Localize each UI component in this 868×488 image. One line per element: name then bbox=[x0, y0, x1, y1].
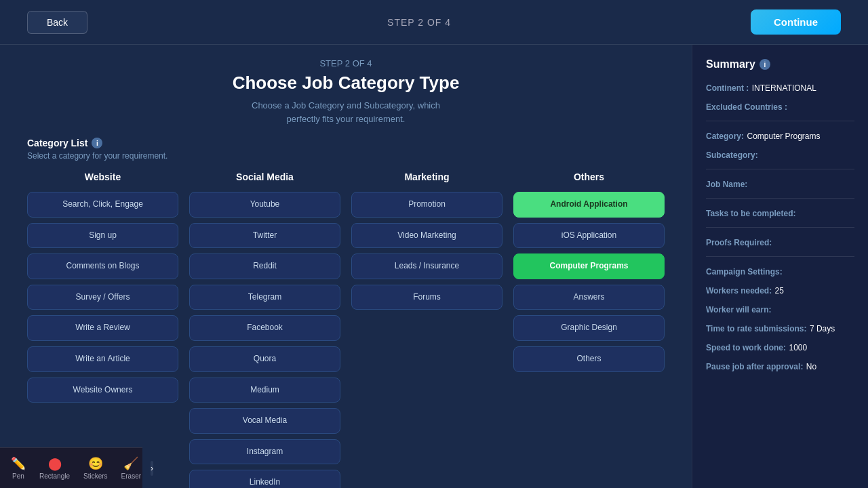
summary-campaign-label: Campaign Settings: bbox=[706, 267, 783, 277]
eraser-tool[interactable]: 🧹 Eraser bbox=[117, 453, 145, 483]
summary-pause-value: No bbox=[806, 362, 816, 371]
summary-proofs-row: Proofs Required: bbox=[706, 236, 854, 248]
cat-btn-linkedin[interactable]: LinkedIn bbox=[189, 470, 340, 488]
rectangle-tool[interactable]: ⬤ Rectangle bbox=[35, 453, 74, 483]
main-layout: STEP 2 OF 4 Choose Job Category Type Cho… bbox=[0, 45, 868, 488]
cat-btn-facebook[interactable]: Facebook bbox=[189, 315, 340, 341]
summary-campaign-row: Campaign Settings: bbox=[706, 265, 854, 277]
summary-time-label: Time to rate submissions: bbox=[706, 324, 806, 333]
cat-btn-search-click[interactable]: Search, Click, Engage bbox=[27, 192, 178, 218]
cat-btn-promotion[interactable]: Promotion bbox=[351, 192, 502, 218]
cat-btn-leads[interactable]: Leads / Insurance bbox=[351, 253, 502, 279]
summary-speed-row: Speed to work done: 1000 bbox=[706, 341, 854, 353]
summary-divider-2 bbox=[706, 169, 854, 169]
summary-info-icon[interactable]: i bbox=[760, 59, 770, 70]
info-icon[interactable]: i bbox=[92, 138, 102, 148]
cat-btn-computer-programs[interactable]: Computer Programs bbox=[513, 253, 665, 279]
eraser-icon: 🧹 bbox=[123, 456, 138, 471]
summary-continent-row: Continent : INTERNATIONAL bbox=[706, 81, 854, 94]
summary-speed-value: 1000 bbox=[789, 343, 807, 352]
stickers-tool[interactable]: 😊 Stickers bbox=[79, 453, 112, 483]
cat-btn-graphic-design[interactable]: Graphic Design bbox=[513, 315, 665, 341]
social-media-column: Social Media Youtube Twitter Reddit Tele… bbox=[189, 171, 340, 488]
step-sub-label: STEP 2 OF 4 bbox=[27, 58, 665, 68]
summary-pause-label: Pause job after approval: bbox=[706, 362, 803, 371]
cat-btn-medium[interactable]: Medium bbox=[189, 378, 340, 403]
summary-continent-label: Continent : bbox=[706, 83, 749, 93]
summary-divider-1 bbox=[706, 121, 854, 121]
bottom-toolbar: ✏️ Pen ⬤ Rectangle 😊 Stickers 🧹 Eraser › bbox=[0, 447, 142, 488]
stickers-icon: 😊 bbox=[88, 456, 103, 471]
cat-btn-telegram[interactable]: Telegram bbox=[189, 285, 340, 310]
cat-btn-video-marketing[interactable]: Video Marketing bbox=[351, 223, 502, 249]
stickers-label: Stickers bbox=[83, 472, 108, 480]
summary-subcategory-label: Subcategory: bbox=[706, 150, 758, 160]
summary-divider-5 bbox=[706, 256, 854, 257]
website-column: Website Search, Click, Engage Sign up Co… bbox=[27, 171, 178, 488]
summary-pause-row: Pause job after approval: No bbox=[706, 360, 854, 372]
summary-tasks-label: Tasks to be completed: bbox=[706, 209, 795, 218]
summary-category-row: Category: Computer Programs bbox=[706, 129, 854, 142]
cat-btn-instagram[interactable]: Instagram bbox=[189, 439, 340, 465]
summary-excluded-label: Excluded Countries : bbox=[706, 102, 787, 112]
cat-btn-twitter[interactable]: Twitter bbox=[189, 223, 340, 249]
summary-workers-row: Workers needed: 25 bbox=[706, 284, 854, 296]
cat-btn-signup[interactable]: Sign up bbox=[27, 223, 178, 249]
cat-btn-website-owners[interactable]: Website Owners bbox=[27, 378, 178, 403]
pen-tool[interactable]: ✏️ Pen bbox=[7, 453, 30, 483]
cat-btn-reddit[interactable]: Reddit bbox=[189, 253, 340, 279]
cat-btn-youtube[interactable]: Youtube bbox=[189, 192, 340, 218]
summary-excluded-row: Excluded Countries : bbox=[706, 100, 854, 113]
cat-btn-quora[interactable]: Quora bbox=[189, 346, 340, 372]
summary-category-label: Category: bbox=[706, 131, 744, 141]
pen-label: Pen bbox=[12, 472, 24, 480]
summary-workers-label: Workers needed: bbox=[706, 286, 772, 296]
cat-btn-article[interactable]: Write an Article bbox=[27, 346, 178, 372]
summary-time-value: 7 Days bbox=[810, 324, 835, 333]
summary-tasks-row: Tasks to be completed: bbox=[706, 207, 854, 219]
summary-divider-3 bbox=[706, 198, 854, 199]
step-label: STEP 2 OF 4 bbox=[387, 17, 451, 28]
cat-btn-survey[interactable]: Survey / Offers bbox=[27, 285, 178, 310]
cat-btn-others[interactable]: Others bbox=[513, 346, 665, 372]
rectangle-label: Rectangle bbox=[39, 472, 70, 480]
cat-btn-vocal-media[interactable]: Vocal Media bbox=[189, 408, 340, 434]
summary-subcategory-row: Subcategory: bbox=[706, 148, 854, 161]
back-button[interactable]: Back bbox=[27, 11, 87, 34]
website-column-title: Website bbox=[27, 171, 178, 182]
page-title: Choose Job Category Type bbox=[27, 73, 665, 94]
summary-earn-row: Worker will earn: bbox=[706, 303, 854, 315]
summary-speed-label: Speed to work done: bbox=[706, 343, 786, 352]
marketing-column-title: Marketing bbox=[351, 171, 502, 182]
summary-workers-value: 25 bbox=[775, 286, 784, 296]
summary-title: Summary i bbox=[706, 58, 854, 70]
pen-icon: ✏️ bbox=[11, 456, 26, 471]
others-column-title: Others bbox=[513, 171, 665, 182]
cat-btn-android[interactable]: Android Application bbox=[513, 192, 665, 218]
categories-container: Website Search, Click, Engage Sign up Co… bbox=[27, 171, 665, 488]
others-column: Others Android Application iOS Applicati… bbox=[513, 171, 665, 488]
summary-continent-value: INTERNATIONAL bbox=[752, 83, 816, 93]
summary-earn-label: Worker will earn: bbox=[706, 305, 771, 314]
eraser-label: Eraser bbox=[121, 472, 141, 480]
cat-btn-answers[interactable]: Answers bbox=[513, 285, 665, 310]
summary-proofs-label: Proofs Required: bbox=[706, 238, 772, 247]
summary-sidebar: Summary i Continent : INTERNATIONAL Excl… bbox=[692, 45, 868, 488]
cat-btn-forums[interactable]: Forums bbox=[351, 285, 502, 310]
top-bar: Back STEP 2 OF 4 Continue bbox=[0, 0, 868, 45]
social-media-column-title: Social Media bbox=[189, 171, 340, 182]
continue-button[interactable]: Continue bbox=[751, 9, 841, 35]
content-area: STEP 2 OF 4 Choose Job Category Type Cho… bbox=[0, 45, 692, 488]
cat-btn-comments[interactable]: Comments on Blogs bbox=[27, 253, 178, 279]
category-list-sub: Select a category for your requirement. bbox=[27, 151, 665, 161]
page-subtitle: Choose a Job Category and Subcategory, w… bbox=[27, 99, 665, 125]
cat-btn-ios[interactable]: iOS Application bbox=[513, 223, 665, 249]
marketing-column: Marketing Promotion Video Marketing Lead… bbox=[351, 171, 502, 488]
toolbar-collapse-button[interactable]: › bbox=[151, 461, 153, 476]
summary-divider-4 bbox=[706, 227, 854, 228]
summary-category-value: Computer Programs bbox=[747, 131, 820, 141]
rectangle-icon: ⬤ bbox=[48, 456, 62, 471]
cat-btn-review[interactable]: Write a Review bbox=[27, 315, 178, 341]
summary-time-row: Time to rate submissions: 7 Days bbox=[706, 322, 854, 334]
summary-jobname-row: Job Name: bbox=[706, 178, 854, 190]
